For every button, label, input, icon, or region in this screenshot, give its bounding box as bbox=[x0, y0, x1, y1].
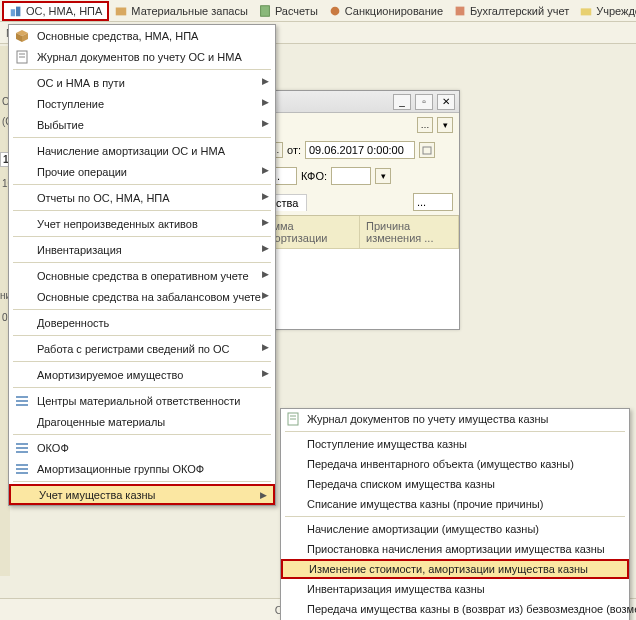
menu-item-operative[interactable]: Основные средства в оперативном учете▶ bbox=[9, 265, 275, 286]
menu-separator bbox=[13, 69, 271, 70]
kfo-input[interactable] bbox=[331, 167, 371, 185]
submenu-item-writeoff[interactable]: Списание имущества казны (прочие причины… bbox=[281, 494, 629, 514]
svg-rect-5 bbox=[456, 6, 465, 15]
toolbar-label: Бухгалтерский учет bbox=[470, 5, 569, 17]
chevron-right-icon: ▶ bbox=[262, 269, 269, 279]
submenu-item-change-value[interactable]: Изменение стоимости, амортизации имущест… bbox=[281, 559, 629, 579]
submenu-item-inventory[interactable]: Инвентаризация имущества казны bbox=[281, 579, 629, 599]
chevron-right-icon: ▶ bbox=[262, 76, 269, 86]
toolbar-label: Учреждение bbox=[596, 5, 636, 17]
svg-rect-16 bbox=[16, 404, 28, 406]
menu-item-registers[interactable]: Работа с регистрами сведений по ОС▶ bbox=[9, 338, 275, 359]
toolbar-label: Санкционирование bbox=[345, 5, 443, 17]
menu-item-incoming[interactable]: Поступление▶ bbox=[9, 93, 275, 114]
svg-rect-15 bbox=[16, 400, 28, 402]
chevron-right-icon: ▶ bbox=[262, 97, 269, 107]
menu-item-os-nma-npa[interactable]: Основные средства, НМА, НПА bbox=[9, 25, 275, 46]
chevron-right-icon: ▶ bbox=[262, 191, 269, 201]
menu-item-treasury[interactable]: Учет имущества казны ▶ bbox=[9, 484, 275, 505]
calc-icon bbox=[258, 4, 272, 18]
main-toolbar: ОС, НМА, НПА Материальные запасы Расчеты… bbox=[0, 0, 636, 22]
menu-item-amortizable[interactable]: Амортизируемое имущество▶ bbox=[9, 364, 275, 385]
toolbar-item-institution[interactable]: Учреждение bbox=[574, 1, 636, 21]
bg-table: уммамортизации Причинаизменения ... bbox=[261, 215, 459, 329]
submenu-item-journal[interactable]: Журнал документов по учету имущества каз… bbox=[281, 409, 629, 429]
gutter-text: 0 bbox=[2, 312, 8, 323]
submenu-item-transfer-free[interactable]: Передача имущества казны в (возврат из) … bbox=[281, 599, 629, 619]
menu-item-transit[interactable]: ОС и НМА в пути▶ bbox=[9, 72, 275, 93]
menu-item-precious[interactable]: Драгоценные материалы bbox=[9, 411, 275, 432]
document-icon bbox=[285, 411, 301, 427]
menu-item-okof[interactable]: ОКОФ bbox=[9, 437, 275, 458]
submenu-separator bbox=[285, 516, 625, 517]
toolbar-item-materials[interactable]: Материальные запасы bbox=[109, 1, 253, 21]
picker-button-2[interactable]: ▾ bbox=[437, 117, 453, 133]
menu-separator bbox=[13, 481, 271, 482]
menu-item-outgoing[interactable]: Выбытие▶ bbox=[9, 114, 275, 135]
svg-rect-0 bbox=[11, 9, 15, 16]
menu-item-okof-groups[interactable]: Амортизационные группы ОКОФ bbox=[9, 458, 275, 479]
minimize-button[interactable]: _ bbox=[393, 94, 411, 110]
picker-button-1[interactable]: … bbox=[417, 117, 433, 133]
box-icon bbox=[114, 4, 128, 18]
menu-item-inventory[interactable]: Инвентаризация▶ bbox=[9, 239, 275, 260]
menu-item-reports[interactable]: Отчеты по ОС, НМА, НПА▶ bbox=[9, 187, 275, 208]
menu-separator bbox=[13, 335, 271, 336]
chevron-right-icon: ▶ bbox=[262, 243, 269, 253]
bg-table-body[interactable] bbox=[261, 249, 459, 329]
svg-rect-22 bbox=[16, 472, 28, 474]
chevron-right-icon: ▶ bbox=[262, 217, 269, 227]
menu-item-centers[interactable]: Центры материальной ответственности bbox=[9, 390, 275, 411]
cube-icon bbox=[14, 28, 30, 44]
svg-rect-20 bbox=[16, 464, 28, 466]
extra-input[interactable]: ... bbox=[413, 193, 453, 211]
treasury-submenu: Журнал документов по учету имущества каз… bbox=[280, 408, 630, 620]
calendar-button[interactable] bbox=[419, 142, 435, 158]
close-button[interactable]: ✕ bbox=[437, 94, 455, 110]
toolbar-label: ОС, НМА, НПА bbox=[26, 5, 102, 17]
menu-separator bbox=[13, 434, 271, 435]
svg-rect-6 bbox=[581, 8, 592, 15]
menu-item-proxy[interactable]: Доверенность bbox=[9, 312, 275, 333]
svg-rect-21 bbox=[16, 468, 28, 470]
chevron-right-icon: ▶ bbox=[262, 342, 269, 352]
kfo-label: КФО: bbox=[301, 170, 327, 182]
submenu-separator bbox=[285, 431, 625, 432]
submenu-item-amort[interactable]: Начисление амортизации (имущество казны) bbox=[281, 519, 629, 539]
date-input[interactable]: 09.06.2017 0:00:00 bbox=[305, 141, 415, 159]
chevron-right-icon: ▶ bbox=[262, 290, 269, 300]
menu-item-journal-os-nma[interactable]: Журнал документов по учету ОС и НМА bbox=[9, 46, 275, 67]
stamp-icon bbox=[328, 4, 342, 18]
document-icon bbox=[14, 49, 30, 65]
book-icon bbox=[453, 4, 467, 18]
chevron-right-icon: ▶ bbox=[260, 490, 267, 500]
submenu-item-transfer-object[interactable]: Передача инвентарного объекта (имущество… bbox=[281, 454, 629, 474]
svg-point-4 bbox=[330, 6, 339, 15]
menu-item-other-ops[interactable]: Прочие операции▶ bbox=[9, 161, 275, 182]
chevron-right-icon: ▶ bbox=[262, 165, 269, 175]
submenu-item-suspend-amort[interactable]: Приостановка начисления амортизации имущ… bbox=[281, 539, 629, 559]
menu-item-nonproduced[interactable]: Учет непроизведенных активов▶ bbox=[9, 213, 275, 234]
submenu-item-incoming[interactable]: Поступление имущества казны bbox=[281, 434, 629, 454]
submenu-item-transfer-list[interactable]: Передача списком имущества казны bbox=[281, 474, 629, 494]
menu-separator bbox=[13, 262, 271, 263]
menu-separator bbox=[13, 137, 271, 138]
svg-rect-17 bbox=[16, 443, 28, 445]
date-from-label: от: bbox=[287, 144, 301, 156]
folder-icon bbox=[579, 4, 593, 18]
menu-item-offbalance[interactable]: Основные средства на забалансовом учете▶ bbox=[9, 286, 275, 307]
svg-rect-18 bbox=[16, 447, 28, 449]
menu-separator bbox=[13, 210, 271, 211]
col-reason: Причинаизменения ... bbox=[360, 216, 459, 249]
menu-item-amortization[interactable]: Начисление амортизации ОС и НМА bbox=[9, 140, 275, 161]
menu-separator bbox=[13, 184, 271, 185]
kfo-dropdown[interactable]: ▾ bbox=[375, 168, 391, 184]
menu-separator bbox=[13, 361, 271, 362]
toolbar-item-os-nma-npa[interactable]: ОС, НМА, НПА bbox=[2, 1, 109, 21]
toolbar-item-accounting[interactable]: Бухгалтерский учет bbox=[448, 1, 574, 21]
restore-button[interactable]: ▫ bbox=[415, 94, 433, 110]
toolbar-item-calc[interactable]: Расчеты bbox=[253, 1, 323, 21]
toolbar-item-sanction[interactable]: Санкционирование bbox=[323, 1, 448, 21]
background-dialog: _ ▫ ✕ … ▾ … от: 09.06.2017 0:00:00 ... К… bbox=[260, 90, 460, 330]
dialog-titlebar: _ ▫ ✕ bbox=[261, 91, 459, 113]
